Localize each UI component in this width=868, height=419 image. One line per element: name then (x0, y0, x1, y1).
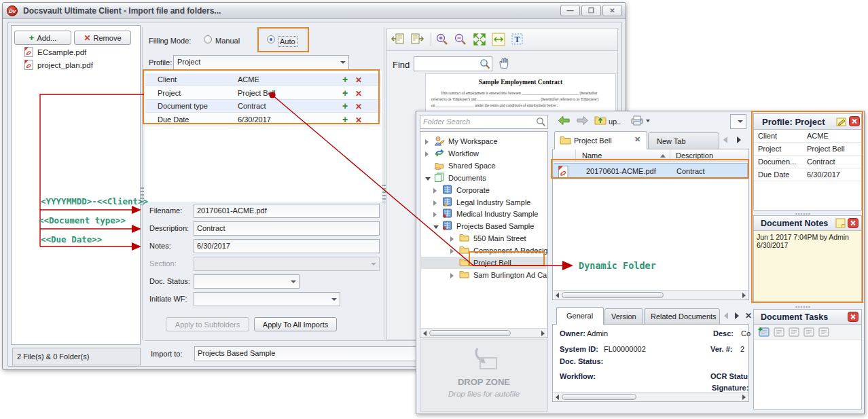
tree-item-label: 550 Main Street (473, 234, 526, 242)
notes-input[interactable]: 6/30/2017 (194, 239, 380, 253)
pan-hand-icon[interactable] (498, 56, 510, 71)
tasks-panel-header: Document Tasks (754, 310, 861, 325)
initiate-wf-select[interactable] (194, 292, 340, 306)
back-icon[interactable] (558, 115, 571, 127)
info-h-scrollbar[interactable] (554, 392, 748, 401)
up-label[interactable]: up.. (609, 117, 621, 126)
tab-version[interactable]: Version (604, 308, 643, 325)
forward-icon[interactable] (576, 115, 589, 127)
expand-icon[interactable] (433, 188, 437, 194)
tab-label: New Tab (657, 137, 686, 145)
tree-item-sam-burlington-ad-camp[interactable]: Sam Burlington Ad Camp (421, 269, 547, 281)
folder-up-icon[interactable] (594, 114, 607, 127)
tab-general[interactable]: General (556, 307, 604, 325)
tree-h-scrollbar[interactable] (421, 328, 547, 337)
file-count-statusbar: 2 File(s) & 0 Folder(s) (12, 348, 141, 365)
section-select (194, 257, 380, 271)
tree-item-legal-industry-sample[interactable]: ★Legal Industry Sample (421, 196, 547, 208)
workflow-label: Workflow: (560, 372, 596, 380)
docsvault-app-icon: Dv (7, 5, 18, 16)
info-tab-scroll-right-icon[interactable] (735, 312, 739, 319)
svg-text:T: T (514, 35, 520, 44)
folder-search-input[interactable]: Folder Search (420, 115, 548, 129)
fit-width-icon[interactable] (492, 33, 505, 48)
zoom-in-icon[interactable] (435, 33, 449, 48)
apply-to-subfolders-button: Apply to Subfolders (166, 317, 249, 331)
add-task-icon[interactable] (757, 327, 770, 339)
tree-item-projects-based-sample[interactable]: Projects Based Sample (421, 220, 547, 232)
tree-item-medical-industry-sample[interactable]: Medical Industry Sample (421, 208, 547, 220)
tab-related-documents[interactable]: Related Documents (644, 308, 720, 325)
tab-scroll-right-icon[interactable] (737, 136, 741, 143)
expand-icon[interactable] (433, 200, 437, 206)
scrollbar-thumb[interactable] (429, 330, 511, 336)
manual-radio-label[interactable]: Manual (215, 37, 240, 45)
file-name: ECsample.pdf (37, 48, 86, 56)
tree-item-corporate[interactable]: Corporate (421, 184, 547, 196)
scrollbar-thumb[interactable] (562, 292, 664, 298)
tab-scroll-left-icon[interactable] (723, 136, 727, 143)
import-file-item[interactable]: project_plan.pdf (11, 59, 133, 72)
tree-item-label: Shared Space (448, 162, 496, 170)
filename-input[interactable]: 20170601-ACME.pdf (194, 204, 380, 218)
fit-page-icon[interactable] (473, 33, 486, 48)
drop-zone-title: DROP ZONE (420, 377, 547, 387)
expand-icon[interactable] (450, 236, 454, 242)
zoom-out-icon[interactable] (454, 33, 467, 48)
tree-item-workflow[interactable]: Workflow (421, 147, 547, 160)
preview-doc-title: Sample Employment Contract (426, 79, 615, 86)
collapse-icon[interactable] (425, 177, 431, 181)
window1-title: Docsvault Ultimate Client - Import file … (23, 6, 221, 16)
add-button-label: Add... (37, 34, 56, 42)
doc-status-select[interactable] (194, 274, 300, 289)
tree-item-shared-space[interactable]: Shared Space (421, 160, 547, 172)
apply-to-all-imports-button[interactable]: Apply To All Imports (254, 317, 337, 331)
tree-item-documents[interactable]: Documents (421, 172, 547, 184)
info-panel: Owner: Admin Desc: Co System ID: FL00000… (552, 324, 749, 402)
cabinet-star-icon: ★ (442, 197, 452, 208)
preview-tool-icon[interactable] (630, 115, 644, 128)
prev-page-icon[interactable] (391, 33, 405, 48)
import-file-list: ECsample.pdfproject_plan.pdf (11, 45, 140, 181)
expand-icon[interactable] (450, 273, 454, 278)
drop-arrow-icon (468, 347, 499, 371)
collapse-icon[interactable] (433, 225, 439, 229)
splitter[interactable] (384, 27, 384, 340)
scroll-left-arrow[interactable] (423, 331, 427, 336)
highlight-box-file-row (551, 159, 749, 179)
tree-item-550-main-street[interactable]: 550 Main Street (421, 232, 547, 244)
close-button[interactable]: ✕ (602, 5, 622, 16)
tab-project-bell[interactable]: Project Bell ✕ (554, 131, 647, 149)
import-file-item[interactable]: ECsample.pdf (11, 46, 133, 59)
scrollbar-thumb[interactable] (562, 394, 636, 400)
remove-button[interactable]: ✕ Remove (74, 31, 131, 45)
chevron-down-icon[interactable] (646, 120, 650, 122)
manual-radio[interactable] (204, 35, 212, 43)
close-panel-icon[interactable] (848, 312, 858, 324)
search-icon[interactable] (536, 117, 546, 128)
tab-close-icon[interactable]: ✕ (634, 135, 640, 144)
tab-new-tab[interactable]: New Tab (648, 132, 719, 149)
next-page-icon[interactable] (410, 33, 424, 48)
profile-select[interactable]: Project (173, 55, 349, 70)
desc-label: Desc: (713, 329, 734, 338)
minimize-button[interactable]: — (560, 5, 580, 16)
system-id-label: System ID: (560, 345, 598, 353)
expand-icon[interactable] (450, 249, 454, 254)
file-list-h-scrollbar[interactable] (554, 290, 748, 299)
splitter-grip[interactable] (382, 185, 386, 202)
info-close-icon[interactable]: ✕ (745, 311, 752, 321)
expand-icon[interactable] (425, 151, 429, 157)
toolbar-overflow-dropdown[interactable] (730, 114, 746, 129)
add-button[interactable]: + Add... (14, 31, 71, 45)
expand-icon[interactable] (433, 212, 437, 217)
scroll-right-arrow[interactable] (541, 331, 545, 336)
select-text-icon[interactable]: T (511, 33, 524, 48)
tree-item-my-workspace[interactable]: My Workspace (421, 135, 547, 147)
search-icon[interactable] (480, 58, 490, 71)
info-tab-scroll-left-icon[interactable] (724, 312, 728, 319)
expand-icon[interactable] (425, 139, 429, 145)
description-input[interactable]: Contract (194, 221, 380, 236)
drop-zone[interactable]: DROP ZONE Drop files for autofile (420, 340, 548, 412)
maximize-button[interactable]: ❒ (581, 5, 601, 16)
